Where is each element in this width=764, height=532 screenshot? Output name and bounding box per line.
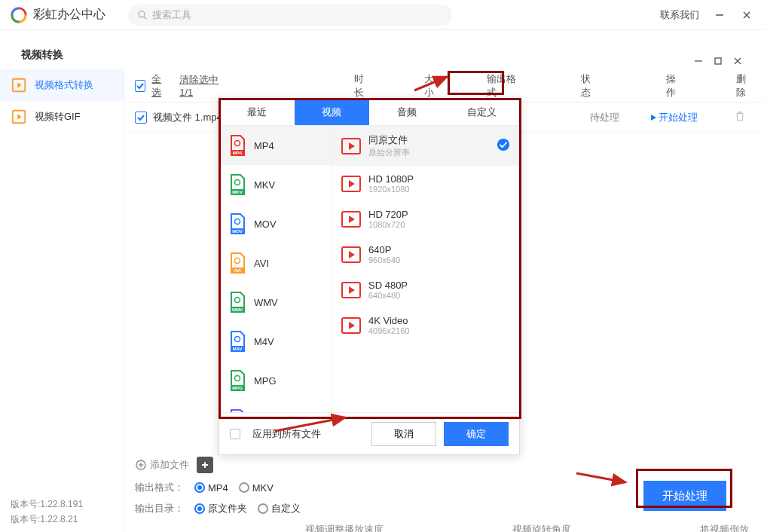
video-format-icon: [11, 77, 27, 93]
resolution-item[interactable]: 4K Video4096x2160: [332, 307, 519, 343]
svg-point-29: [235, 219, 240, 225]
file-avi-icon: AVI: [228, 252, 246, 274]
format-m4v[interactable]: M4VM4V: [219, 322, 332, 361]
sub-minimize-button[interactable]: [693, 56, 704, 66]
select-all-checkbox[interactable]: [135, 80, 145, 92]
svg-marker-59: [349, 322, 355, 329]
svg-point-26: [235, 180, 240, 185]
col-state: 状态: [581, 72, 598, 99]
app-logo-icon: [11, 7, 27, 23]
sub-close-button[interactable]: [732, 56, 743, 66]
resolution-item[interactable]: 同原文件原始分辨率: [332, 126, 519, 166]
svg-point-38: [235, 337, 240, 342]
search-placeholder: 搜索工具: [152, 8, 191, 22]
outfmt-label: 输出格式：: [135, 481, 184, 494]
resolution-list: 同原文件原始分辨率HD 1080P1920x1080HD 720P1080x72…: [332, 126, 519, 412]
file-mpg-icon: MPG: [228, 370, 246, 391]
format-mkv[interactable]: MKVMKV: [219, 165, 332, 204]
col-outfmt: 输出格式: [487, 72, 521, 99]
outdir-custom[interactable]: 自定义: [258, 502, 301, 515]
resolution-item[interactable]: SD 480P640x480: [332, 272, 519, 307]
format-mpg[interactable]: MPGMPG: [219, 361, 332, 400]
svg-text:MPG: MPG: [232, 386, 243, 390]
search-input[interactable]: 搜索工具: [128, 5, 452, 26]
delete-button[interactable]: [734, 110, 746, 124]
svg-point-41: [235, 376, 240, 381]
svg-text:M4V: M4V: [233, 347, 242, 351]
apply-all-label: 应用到所有文件: [252, 427, 321, 441]
file-name: 视频文件 1.mp4: [153, 111, 222, 124]
version-2: 版本号:1.22.8.21: [11, 513, 78, 526]
svg-line-5: [144, 16, 147, 19]
plus-circle-icon: [135, 459, 147, 471]
title-bar: 彩虹办公中心 搜索工具 联系我们: [0, 0, 764, 30]
sidebar: 视频格式转换视频转GIF: [0, 69, 124, 532]
format-popup: 最近视频音频自定义 MP4MP4MKVMKVMOVMOVAVIAVIWMVWMV…: [219, 98, 520, 455]
format-mp4[interactable]: MP4MP4: [219, 126, 332, 165]
add-file-button[interactable]: 添加文件: [135, 458, 189, 472]
col-size: 大小: [424, 72, 442, 99]
minimize-button[interactable]: [713, 8, 726, 22]
video-icon: [341, 282, 361, 298]
outfmt-mp4[interactable]: MP4: [194, 482, 228, 494]
svg-marker-14: [17, 82, 22, 87]
contact-link[interactable]: 联系我们: [660, 8, 699, 22]
svg-rect-10: [715, 58, 721, 64]
start-process-button[interactable]: 开始处理: [643, 481, 726, 511]
col-del: 删除: [736, 72, 753, 99]
svg-text:AVI: AVI: [234, 268, 241, 273]
svg-point-4: [139, 11, 145, 17]
add-folder-button[interactable]: [197, 457, 213, 473]
format-wmv[interactable]: WMVWMV: [219, 283, 332, 322]
video-icon: [341, 246, 361, 263]
col-duration: 时长: [354, 72, 371, 99]
svg-marker-53: [349, 216, 355, 223]
format-avi[interactable]: AVIAVI: [219, 243, 332, 283]
play-icon: [649, 114, 657, 121]
svg-point-35: [235, 298, 240, 303]
format-list: MP4MP4MKVMKVMOVMOVAVIAVIWMVWMVM4VM4VMPGM…: [219, 126, 332, 412]
svg-marker-55: [349, 251, 355, 258]
popup-tab-2[interactable]: 音频: [369, 99, 445, 125]
version-1: 版本号:1.22.8.191: [11, 498, 83, 511]
outdir-orig[interactable]: 原文件夹: [194, 502, 247, 515]
clear-selection-link[interactable]: 清除选中1/1: [179, 73, 226, 98]
format-mov[interactable]: MOVMOV: [219, 204, 332, 243]
trash-icon: [734, 110, 746, 122]
sub-maximize-button[interactable]: [713, 56, 723, 66]
feature-reverse: 将视频倒放: [700, 523, 749, 532]
svg-text:MKV: MKV: [232, 190, 242, 194]
svg-marker-17: [651, 115, 656, 121]
apply-all-checkbox[interactable]: [230, 429, 240, 439]
feature-speed: 视频调整播放速度: [305, 523, 384, 532]
panel-title: 视频转换: [0, 30, 764, 69]
svg-marker-16: [17, 114, 22, 119]
file-checkbox[interactable]: [135, 112, 147, 124]
start-process-link[interactable]: 开始处理: [649, 111, 698, 124]
ok-button[interactable]: 确定: [444, 422, 509, 446]
resolution-item[interactable]: 640P960x640: [332, 237, 519, 272]
svg-text:MP4: MP4: [233, 151, 243, 155]
feature-row: 视频调整播放速度 视频旋转角度 将视频倒放: [305, 523, 749, 532]
file-state: 待处理: [590, 111, 619, 124]
format-vob[interactable]: VOBVOB: [219, 400, 332, 412]
svg-text:MOV: MOV: [232, 229, 243, 234]
popup-tab-0[interactable]: 最近: [219, 99, 295, 125]
outdir-label: 输出目录：: [135, 502, 184, 515]
sidebar-item-video-gif[interactable]: 视频转GIF: [0, 101, 124, 133]
video-icon: [341, 176, 361, 192]
popup-tab-3[interactable]: 自定义: [445, 99, 520, 125]
col-op: 操作: [666, 72, 683, 99]
outfmt-mkv[interactable]: MKV: [239, 482, 274, 494]
search-icon: [137, 10, 148, 20]
popup-tab-1[interactable]: 视频: [295, 99, 370, 125]
resolution-item[interactable]: HD 1080P1920x1080: [332, 166, 519, 201]
select-all-link[interactable]: 全选: [151, 72, 169, 99]
file-mkv-icon: MKV: [228, 174, 246, 195]
sidebar-item-video-format[interactable]: 视频格式转换: [0, 69, 124, 101]
file-mov-icon: MOV: [228, 213, 246, 234]
close-button[interactable]: [740, 8, 753, 22]
video-icon: [341, 138, 361, 154]
cancel-button[interactable]: 取消: [371, 422, 436, 446]
resolution-item[interactable]: HD 720P1080x720: [332, 201, 519, 237]
